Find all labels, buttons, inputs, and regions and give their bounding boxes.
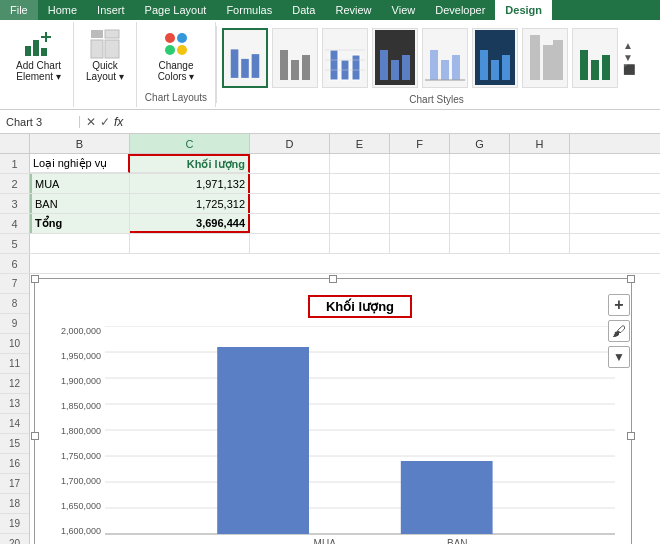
chart-style-1[interactable] — [222, 28, 268, 88]
add-chart-element-group: Add ChartElement ▾ — [4, 22, 74, 107]
cell-e3[interactable] — [330, 194, 390, 213]
tab-review[interactable]: Review — [325, 0, 381, 20]
cell-c3[interactable]: 1,725,312 — [130, 194, 250, 213]
filter-side-btn[interactable]: ▼ — [608, 346, 630, 368]
tab-insert[interactable]: Insert — [87, 0, 135, 20]
cell-e4[interactable] — [330, 214, 390, 233]
cell-g5[interactable] — [450, 234, 510, 253]
cell-h4[interactable] — [510, 214, 570, 233]
cell-d3[interactable] — [250, 194, 330, 213]
col-header-d[interactable]: D — [250, 134, 330, 153]
cell-c2[interactable]: 1,971,132 — [130, 174, 250, 193]
row-num-3: 3 — [0, 194, 30, 213]
formula-check-btn[interactable]: ✓ — [100, 115, 110, 129]
cell-b4[interactable]: Tổng — [30, 214, 130, 233]
cell-f4[interactable] — [390, 214, 450, 233]
chart-style-7[interactable] — [522, 28, 568, 88]
cell-c5[interactable] — [130, 234, 250, 253]
cell-f5[interactable] — [390, 234, 450, 253]
quick-layout-button[interactable]: QuickLayout ▾ — [82, 26, 128, 84]
style-side-btn[interactable]: 🖌 — [608, 320, 630, 342]
col-header-f[interactable]: F — [390, 134, 450, 153]
row-num-2: 2 — [0, 174, 30, 193]
tab-home[interactable]: Home — [38, 0, 87, 20]
spreadsheet: B C D E F G H 1 Loại nghiệp vụ Khối lượn… — [0, 134, 660, 254]
chart-container[interactable]: Khối lượng 2,000,000 1,950,000 1,900,000… — [34, 278, 632, 544]
tab-file[interactable]: File — [0, 0, 38, 20]
quick-layout-icon — [89, 28, 121, 60]
cell-b1[interactable]: Loại nghiệp vụ — [30, 154, 130, 173]
svg-rect-18 — [302, 55, 310, 80]
row-num-13: 13 — [0, 394, 29, 414]
svg-rect-28 — [402, 55, 410, 80]
cell-d4[interactable] — [250, 214, 330, 233]
svg-rect-42 — [602, 55, 610, 80]
cell-b3[interactable]: BAN — [30, 194, 130, 213]
cell-b5[interactable] — [30, 234, 130, 253]
tab-formulas[interactable]: Formulas — [216, 0, 282, 20]
chart-style-5[interactable] — [422, 28, 468, 88]
row-num-1: 1 — [0, 154, 30, 173]
chart-style-8-icon — [575, 30, 615, 85]
formula-input[interactable] — [129, 116, 660, 128]
chart-side-buttons: + 🖌 ▼ — [608, 294, 630, 368]
add-element-side-btn[interactable]: + — [608, 294, 630, 316]
y-label-9: 1,600,000 — [37, 526, 101, 536]
col-header-c[interactable]: C — [130, 134, 250, 153]
col-header-g[interactable]: G — [450, 134, 510, 153]
cell-h1[interactable] — [510, 154, 570, 173]
chart-style-7-icon — [525, 30, 565, 85]
cell-g2[interactable] — [450, 174, 510, 193]
cell-c1[interactable]: Khối lượng — [130, 154, 250, 173]
tab-design[interactable]: Design — [495, 0, 552, 20]
chart-style-8[interactable] — [572, 28, 618, 88]
cell-h2[interactable] — [510, 174, 570, 193]
name-box[interactable]: Chart 3 — [0, 116, 80, 128]
cell-b2[interactable]: MUA — [30, 174, 130, 193]
chart-style-3[interactable] — [322, 28, 368, 88]
tab-page-layout[interactable]: Page Layout — [135, 0, 217, 20]
chart-styles-down[interactable]: ▼ — [623, 53, 635, 63]
cell-e5[interactable] — [330, 234, 390, 253]
cell-h5[interactable] — [510, 234, 570, 253]
cell-d1[interactable] — [250, 154, 330, 173]
cell-c4[interactable]: 3,696,444 — [130, 214, 250, 233]
svg-rect-13 — [231, 49, 239, 78]
chart-style-2[interactable] — [272, 28, 318, 88]
cell-g1[interactable] — [450, 154, 510, 173]
chart-wrapper: Khối lượng 2,000,000 1,950,000 1,900,000… — [30, 274, 660, 544]
change-colors-button[interactable]: ChangeColors ▾ — [154, 26, 199, 84]
chart-styles-more[interactable]: ⬛ — [623, 65, 635, 75]
chart-styles-up[interactable]: ▲ — [623, 41, 635, 51]
cell-d2[interactable] — [250, 174, 330, 193]
tab-developer[interactable]: Developer — [425, 0, 495, 20]
cell-e2[interactable] — [330, 174, 390, 193]
chart-title[interactable]: Khối lượng — [308, 295, 412, 318]
cell-f3[interactable] — [390, 194, 450, 213]
cell-e1[interactable] — [330, 154, 390, 173]
chart-styles-group: ▲ ▼ ⬛ Chart Styles — [217, 22, 656, 107]
tab-view[interactable]: View — [382, 0, 426, 20]
cell-f2[interactable] — [390, 174, 450, 193]
cell-h3[interactable] — [510, 194, 570, 213]
chart-style-6[interactable] — [472, 28, 518, 88]
formula-x-btn[interactable]: ✕ — [86, 115, 96, 129]
col-header-e[interactable]: E — [330, 134, 390, 153]
col-header-b[interactable]: B — [30, 134, 130, 153]
bar-mua[interactable] — [217, 347, 309, 534]
chart-style-4[interactable] — [372, 28, 418, 88]
cell-d5[interactable] — [250, 234, 330, 253]
row-num-header — [0, 134, 30, 153]
svg-rect-41 — [591, 60, 599, 80]
add-chart-element-button[interactable]: Add ChartElement ▾ — [12, 26, 65, 84]
tab-data[interactable]: Data — [282, 0, 325, 20]
row-5: 5 — [0, 234, 660, 254]
row-4: 4 Tổng 3,696,444 — [0, 214, 660, 234]
chart-rows: 7 8 9 10 11 12 13 14 15 16 17 18 19 20 2… — [0, 274, 660, 544]
row-num-18: 18 — [0, 494, 29, 514]
col-header-h[interactable]: H — [510, 134, 570, 153]
cell-f1[interactable] — [390, 154, 450, 173]
cell-g3[interactable] — [450, 194, 510, 213]
cell-g4[interactable] — [450, 214, 510, 233]
bar-ban[interactable] — [401, 461, 493, 534]
